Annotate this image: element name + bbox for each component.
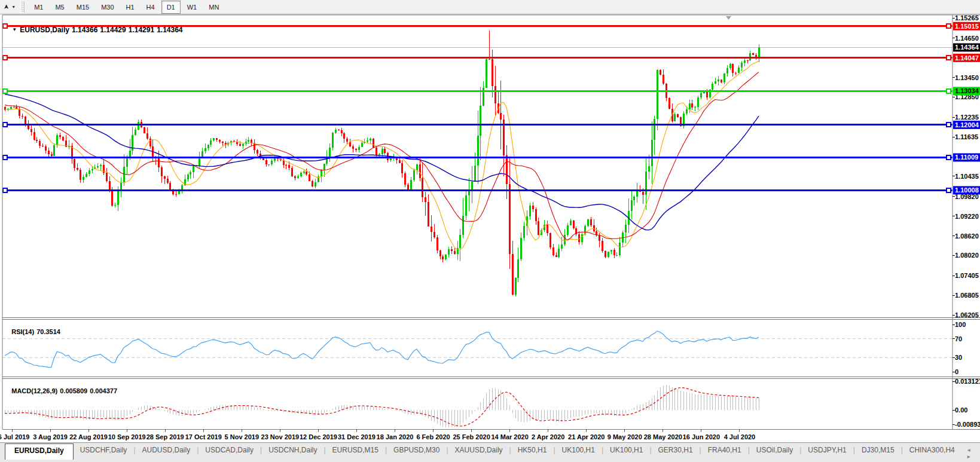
- chart-area[interactable]: 1.152651.146501.134501.128501.122351.116…: [0, 14, 980, 442]
- axis-label: 25 Feb 2020: [453, 433, 490, 440]
- rsi-line: [5, 331, 759, 368]
- axis-label: 1.15265: [955, 14, 979, 22]
- axis-layer: 1.152651.146501.134501.128501.122351.116…: [0, 14, 980, 440]
- chart-tab-ger30-h1[interactable]: GER30,H1: [652, 443, 700, 458]
- rsi-name: RSI(14): [11, 328, 34, 335]
- chart-tab-usdcad-daily[interactable]: USDCAD,Daily: [199, 443, 260, 458]
- chart-tab-china300-h4[interactable]: CHINA300,H4: [903, 443, 961, 458]
- axis-label: 1.13450: [955, 74, 979, 81]
- axis-label: 1.12235: [955, 114, 979, 121]
- axis-label: 1.06805: [955, 292, 979, 299]
- axis-label: 70: [955, 335, 962, 342]
- chart-tab-gbpusd-m30[interactable]: GBPUSD,M30: [387, 443, 446, 458]
- chart-canvas[interactable]: 1.152651.146501.134501.128501.122351.116…: [0, 14, 980, 442]
- axis-label: 1.10435: [955, 173, 979, 180]
- axis-label: 28 Sep 2019: [146, 433, 184, 440]
- cursor-icon: ➤: [2, 4, 10, 10]
- axis-label: 17 Oct 2019: [185, 433, 222, 440]
- axis-label: 1.08020: [955, 252, 979, 259]
- chart-tab-hk50-h1[interactable]: HK50,H1: [511, 443, 554, 458]
- chart-tab-uk100-h1[interactable]: UK100,H1: [555, 443, 602, 458]
- timeframe-button-group: M1M5M15M30H1H4D1W1MN: [28, 1, 225, 14]
- axis-label: 30: [955, 354, 962, 361]
- collapse-arrow-icon: ▼: [12, 27, 17, 32]
- chart-shift-marker[interactable]: [726, 16, 731, 20]
- indicator-layer: [2, 331, 952, 427]
- axis-label: -0.008933: [955, 421, 980, 428]
- axis-label: 16 Jun 2020: [683, 433, 720, 440]
- macd-name: MACD(12,26,9): [11, 387, 57, 394]
- axis-label: 1.11635: [955, 133, 978, 140]
- axis-label: 1.14650: [955, 35, 979, 42]
- ohlc-close: 1.14364: [157, 26, 182, 34]
- axis-label: 1.13034: [955, 87, 979, 94]
- timeframe-button-h1[interactable]: H1: [121, 1, 140, 14]
- chart-symbol-label: EURUSD,Daily: [20, 26, 69, 34]
- timeframe-button-d1[interactable]: D1: [161, 1, 181, 14]
- cursor-tool-button[interactable]: ➤ ▼: [1, 1, 18, 13]
- timeframe-button-w1[interactable]: W1: [182, 1, 203, 14]
- axis-label: 1.14047: [955, 54, 979, 62]
- axis-label: 4 Jul 2020: [724, 433, 756, 440]
- axis-label: 28 May 2020: [644, 433, 682, 440]
- chart-tab-eurusd-daily[interactable]: EURUSD,Daily: [5, 443, 74, 460]
- chart-tab-audusd-daily[interactable]: AUDUSD,Daily: [136, 443, 197, 458]
- chart-tab-usdjpy-h1[interactable]: USDJPY,H1: [801, 443, 853, 458]
- chevron-down-icon[interactable]: ▼: [11, 5, 16, 9]
- macd-value-main: 0.005809: [60, 387, 87, 394]
- axis-label: 100: [955, 321, 966, 328]
- macd-value-signal: 0.004377: [90, 387, 117, 394]
- axis-label: 21 Apr 2020: [568, 433, 605, 440]
- chart-tab-uk100-h1[interactable]: UK100,H1: [603, 443, 649, 458]
- chart-tab-bar: EURUSD,DailyUSDCHF,Daily|AUDUSD,Daily|US…: [0, 442, 980, 462]
- axis-label: 1.12004: [955, 121, 979, 128]
- axis-label: 0.013121: [955, 378, 980, 385]
- axis-label: 6 Feb 2020: [416, 433, 450, 440]
- axis-label: 1.07405: [955, 272, 979, 279]
- ohlc-low: 1.14291: [129, 26, 154, 34]
- ohlc-high: 1.14429: [100, 26, 126, 34]
- timeframe-button-mn[interactable]: MN: [203, 1, 224, 14]
- moving-averages-layer: [5, 61, 759, 250]
- chart-tab-usoil-daily[interactable]: USOil,Daily: [750, 443, 799, 458]
- timeframe-button-m5[interactable]: M5: [50, 1, 69, 14]
- chart-tab-dj30-m15[interactable]: DJ30,M15: [855, 443, 901, 458]
- rsi-indicator-label: RSI(14)70.3514: [4, 321, 63, 342]
- timeframe-button-m15[interactable]: M15: [71, 1, 94, 14]
- axis-label: 5 Nov 2019: [225, 433, 259, 440]
- rsi-value: 70.3514: [36, 328, 60, 335]
- timeframe-button-m1[interactable]: M1: [29, 1, 48, 14]
- axis-label: 22 Aug 2019: [69, 433, 108, 440]
- chart-tab-usdcnh-daily[interactable]: USDCNH,Daily: [262, 443, 323, 458]
- axis-label: 1.14364: [955, 44, 979, 51]
- axis-label: 16 Jul 2019: [0, 433, 29, 440]
- axis-label: 1.08620: [955, 232, 979, 240]
- chart-tab-usdchf-daily[interactable]: USDCHF,Daily: [74, 443, 134, 458]
- ohlc-open: 1.14366: [72, 26, 97, 34]
- timeframe-button-h4[interactable]: H4: [141, 1, 160, 14]
- axis-label: 12 Dec 2019: [300, 433, 337, 440]
- axis-label: 31 Dec 2019: [338, 433, 375, 440]
- axis-label: 0.00: [955, 406, 967, 414]
- chart-tab-eurusd-m15[interactable]: EURUSD,M15: [326, 443, 385, 458]
- axis-label: 18 Jan 2020: [377, 433, 414, 440]
- axis-label: 9 May 2020: [607, 433, 642, 440]
- axis-label: 1.10008: [955, 186, 979, 194]
- top-toolbar: ➤ ▼ M1M5M15M30H1H4D1W1MN: [0, 0, 980, 14]
- axis-label: 1.15015: [955, 23, 979, 30]
- axis-label: 1.09220: [955, 213, 979, 220]
- timeframe-button-m30[interactable]: M30: [96, 1, 119, 14]
- axis-label: 2 Apr 2020: [532, 433, 564, 440]
- horizontal-lines-layer[interactable]: [2, 24, 952, 192]
- chart-tab-fra40-h1[interactable]: FRA40,H1: [701, 443, 748, 458]
- axis-label: 1.11009: [955, 154, 978, 161]
- macd-indicator-label: MACD(12,26,9)0.0058090.004377: [4, 380, 120, 402]
- axis-label: 14 Mar 2020: [491, 433, 528, 440]
- axis-label: 3 Aug 2019: [33, 433, 68, 440]
- chart-tab-xauusd-daily[interactable]: XAUUSD,Daily: [448, 443, 509, 458]
- axis-label: 1.06205: [955, 311, 979, 319]
- toolbar-grip: [20, 2, 25, 13]
- axis-label: 10 Sep 2019: [108, 433, 146, 440]
- tab-scroll-arrows[interactable]: ◂ ▸: [961, 443, 980, 462]
- axis-label: 0: [955, 368, 958, 375]
